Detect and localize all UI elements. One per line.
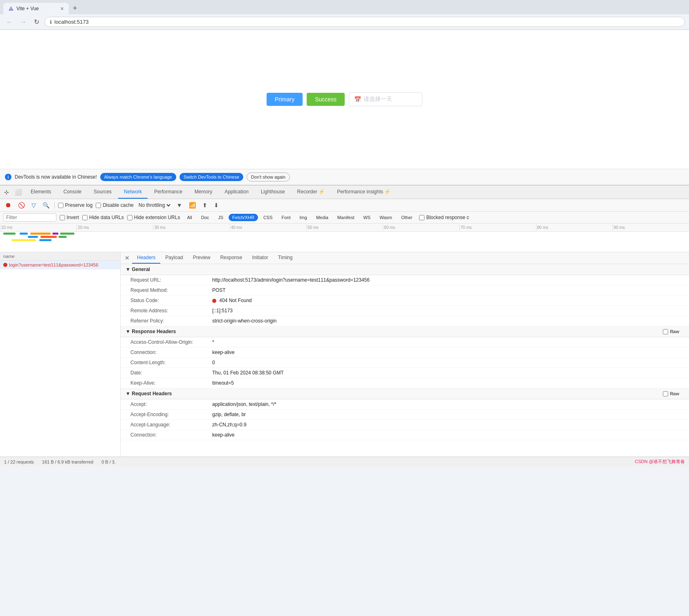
detail-tab-initiator[interactable]: Initiator — [247, 252, 273, 264]
detail-tabs: ✕ Headers Payload Preview Response Initi… — [121, 252, 689, 264]
resp-header-keepalive: Keep-Alive: timeout=5 — [121, 378, 689, 388]
clear-button[interactable]: 🚫 — [16, 201, 27, 209]
invert-label: Invert — [67, 215, 79, 220]
chip-wasm[interactable]: Wasm — [376, 214, 396, 221]
tab-sources[interactable]: Sources — [88, 186, 117, 199]
chip-media[interactable]: Media — [312, 214, 332, 221]
tab-performance[interactable]: Performance — [148, 186, 188, 199]
detail-tab-timing[interactable]: Timing — [273, 252, 298, 264]
remote-key: Remote Address: — [130, 308, 212, 314]
chip-doc[interactable]: Doc — [197, 214, 213, 221]
blocked-response-input[interactable] — [419, 215, 424, 220]
disable-cache-input[interactable] — [96, 203, 101, 208]
status-text: 404 Not Found — [219, 298, 251, 303]
reload-button[interactable]: ↻ — [32, 17, 41, 27]
info-icon: i — [5, 174, 11, 180]
record-button[interactable]: ⏺ — [3, 201, 13, 210]
resource-size: 0 B / 3. — [101, 459, 116, 464]
detail-row-referrer: Referrer Policy: strict-origin-when-cros… — [121, 316, 689, 326]
response-headers-title[interactable]: ▼ Response Headers Raw — [121, 326, 689, 337]
cors-key: Access-Control-Allow-Origin: — [130, 339, 212, 345]
import-button[interactable]: ⬆ — [201, 201, 209, 209]
chip-other[interactable]: Other — [397, 214, 416, 221]
tab-lighthouse[interactable]: Lighthouse — [255, 186, 291, 199]
chip-font[interactable]: Font — [278, 214, 294, 221]
match-language-button[interactable]: Always match Chrome's language — [100, 173, 176, 181]
date-picker[interactable]: 📅 请选择一天 — [349, 92, 422, 106]
primary-button[interactable]: Primary — [267, 93, 303, 106]
tab-close-button[interactable]: × — [61, 5, 64, 12]
forward-button[interactable]: → — [18, 18, 29, 27]
invert-checkbox[interactable]: Invert — [60, 215, 79, 220]
url-input[interactable]: ℹ localhost:5173 — [45, 17, 685, 27]
resp-header-date: Date: Thu, 01 Feb 2024 08:38:50 GMT — [121, 368, 689, 378]
detail-tab-headers[interactable]: Headers — [132, 252, 160, 264]
switch-devtools-button[interactable]: Switch DevTools to Chinese — [180, 173, 243, 181]
devtools-tabs: ⊹ ⬜ Elements Console Sources Network Per… — [0, 186, 689, 199]
hide-ext-input[interactable] — [127, 215, 132, 220]
tab-application[interactable]: Application — [219, 186, 254, 199]
success-button[interactable]: Success — [307, 93, 345, 106]
devtools-device-icon[interactable]: ⬜ — [12, 186, 24, 198]
request-item[interactable]: login?username=test111&password=123456 — [0, 261, 120, 269]
detail-tab-response[interactable]: Response — [215, 252, 247, 264]
preserve-log-checkbox[interactable]: Preserve log — [58, 202, 92, 208]
throttle-down-icon[interactable]: ▼ — [175, 201, 184, 209]
new-tab-button[interactable]: + — [70, 2, 81, 14]
devtools-cursor-icon[interactable]: ⊹ — [2, 186, 11, 198]
filter-input[interactable] — [3, 213, 56, 222]
chip-all[interactable]: All — [183, 214, 195, 221]
blocked-response-checkbox[interactable]: Blocked response c — [419, 215, 469, 220]
tick-60ms: 60 ms — [383, 224, 459, 231]
throttle-select[interactable]: No throttling — [137, 202, 172, 208]
response-raw-input[interactable] — [663, 329, 668, 334]
preserve-log-input[interactable] — [58, 203, 63, 208]
hide-data-input[interactable] — [82, 215, 88, 220]
chip-img[interactable]: Img — [296, 214, 311, 221]
detail-tab-preview[interactable]: Preview — [188, 252, 215, 264]
tick-50ms: 50 ms — [306, 224, 383, 231]
browser-tab[interactable]: Vite + Vue × — [3, 3, 69, 14]
accept-val: application/json, text/plain, */* — [212, 401, 276, 407]
request-headers-title[interactable]: ▼ Request Headers Raw — [121, 388, 689, 399]
request-raw-input[interactable] — [663, 391, 668, 396]
chip-fetch-xhr[interactable]: Fetch/XHR — [229, 214, 258, 221]
request-raw-checkbox[interactable]: Raw — [663, 391, 684, 396]
calendar-icon: 📅 — [354, 96, 361, 103]
resp-header-conn: Connection: keep-alive — [121, 347, 689, 358]
tab-elements[interactable]: Elements — [25, 186, 57, 199]
detail-tab-payload[interactable]: Payload — [160, 252, 188, 264]
network-conditions-button[interactable]: 📶 — [187, 201, 197, 209]
filter-icon-button[interactable]: ▽ — [30, 201, 38, 209]
chip-ws[interactable]: WS — [359, 214, 374, 221]
dont-show-again-button[interactable]: Don't show again — [247, 172, 290, 181]
chip-js[interactable]: JS — [214, 214, 227, 221]
req-header-encoding: Accept-Encoding: gzip, deflate, br — [121, 410, 689, 420]
watermark: CSDN @谁不想飞舞青春 — [635, 459, 685, 465]
hide-ext-checkbox[interactable]: Hide extension URLs — [127, 215, 180, 220]
tab-recorder[interactable]: Recorder ⚡ — [292, 186, 331, 199]
close-detail-button[interactable]: ✕ — [122, 253, 132, 263]
invert-input[interactable] — [60, 215, 65, 220]
request-headers-title-text: ▼ Request Headers — [126, 391, 172, 396]
response-headers-section: ▼ Response Headers Raw Access-Control-Al… — [121, 326, 689, 388]
back-button[interactable]: ← — [4, 18, 15, 27]
disable-cache-checkbox[interactable]: Disable cache — [96, 202, 133, 208]
request-name: login?username=test111&password=123456 — [9, 262, 98, 267]
encoding-key: Accept-Encoding: — [130, 412, 212, 417]
request-list-header: name — [0, 252, 120, 261]
tab-memory[interactable]: Memory — [189, 186, 218, 199]
filter-chips: All Doc JS Fetch/XHR CSS Font Img Media … — [183, 214, 469, 221]
chip-css[interactable]: CSS — [260, 214, 276, 221]
filter-bar: Invert Hide data URLs Hide extension URL… — [0, 212, 689, 224]
request-list: name login?username=test111&password=123… — [0, 252, 121, 457]
tab-performance-insights[interactable]: Performance insights ⚡ — [331, 186, 396, 199]
export-button[interactable]: ⬇ — [212, 201, 220, 209]
chip-manifest[interactable]: Manifest — [334, 214, 358, 221]
hide-data-checkbox[interactable]: Hide data URLs — [82, 215, 124, 220]
search-button[interactable]: 🔍 — [41, 201, 51, 209]
tab-network[interactable]: Network — [118, 186, 148, 199]
response-raw-checkbox[interactable]: Raw — [663, 329, 684, 334]
tab-console[interactable]: Console — [58, 186, 87, 199]
general-section-title[interactable]: ▼ General — [121, 264, 689, 275]
